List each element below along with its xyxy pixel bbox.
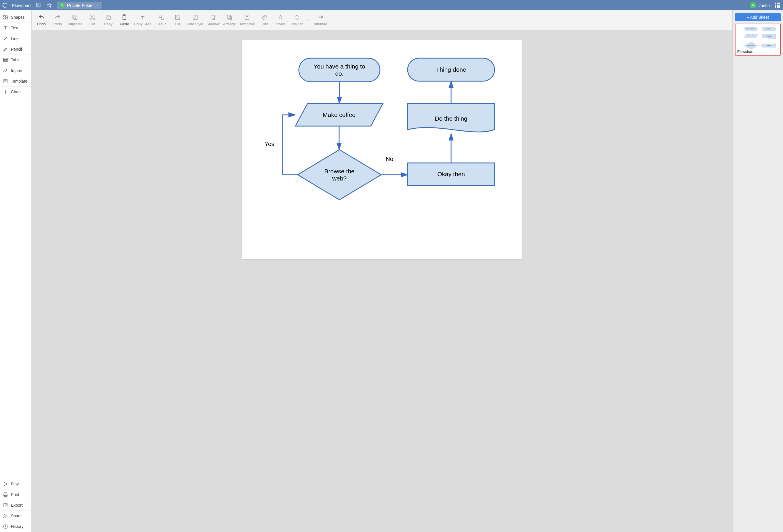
contacts-icon[interactable] xyxy=(35,2,42,9)
toolbar-label: Undo xyxy=(37,22,46,26)
toolbar-arrange[interactable]: Arrange xyxy=(221,12,238,29)
chart-icon xyxy=(3,89,8,94)
toolbar-label: Redo xyxy=(53,22,62,26)
toolbar-label: Text Style xyxy=(239,22,255,26)
svg-point-3 xyxy=(62,4,63,5)
sidebar-item-chart[interactable]: Chart xyxy=(0,87,31,97)
attribute-icon xyxy=(317,14,323,21)
toolbar-cut[interactable]: Cut xyxy=(84,12,100,29)
line-icon xyxy=(3,36,8,41)
toolbar-duplicate[interactable]: Duplicate xyxy=(66,12,84,29)
toolbar-fill[interactable]: Fill xyxy=(169,12,186,29)
toolbar-label: Link xyxy=(261,22,268,26)
svg-text:Do the thing: Do the thing xyxy=(766,36,771,37)
sheet-thumbnail[interactable]: You have a thing to do.Make coffeeBrowse… xyxy=(735,24,781,56)
toolbar-attribute[interactable]: Attribute xyxy=(312,12,329,29)
copy-icon xyxy=(105,14,112,21)
play-icon xyxy=(3,481,8,487)
user-name: Justin xyxy=(758,3,770,8)
canvas[interactable]: You have a thing to do.Make coffeeBrowse… xyxy=(242,40,522,259)
cut-icon xyxy=(89,14,95,21)
svg-rect-5 xyxy=(3,15,5,17)
duplicate-icon xyxy=(72,14,78,21)
toolbar-linestyle[interactable]: Line Style xyxy=(186,12,205,29)
toolbar-styles[interactable]: Styles xyxy=(273,12,289,29)
toolbar-label: Attribute xyxy=(314,22,327,26)
svg-rect-0 xyxy=(36,3,40,7)
app-logo[interactable] xyxy=(2,2,8,8)
sidebar-item-text[interactable]: Text xyxy=(0,23,31,33)
toolbar-label: Position xyxy=(290,22,303,26)
toolbar-label: Line Style xyxy=(187,22,203,26)
add-sheet-button[interactable]: + Add Sheet xyxy=(735,13,781,21)
copystyle-icon xyxy=(139,14,146,21)
sidebar-item-template[interactable]: Template xyxy=(0,76,31,87)
star-icon[interactable] xyxy=(46,2,53,9)
sidebar-item-label: Import xyxy=(11,68,23,73)
sidebar-item-label: History xyxy=(11,524,24,529)
toolbar-overflow-icon[interactable]: « xyxy=(305,18,312,23)
toolbar-copy[interactable]: Copy xyxy=(100,12,116,29)
sidebar-item-shapes[interactable]: Shapes xyxy=(0,12,31,23)
collapse-left-icon[interactable]: ‹ xyxy=(32,275,36,287)
svg-rect-26 xyxy=(141,15,144,17)
toolbar-redo[interactable]: Redo xyxy=(50,12,66,29)
svg-marker-11 xyxy=(4,482,7,486)
sheet-thumbnail-label: Flowchart xyxy=(735,48,780,55)
toolbar-position[interactable]: Position xyxy=(289,12,305,29)
sidebar-item-import[interactable]: Import xyxy=(0,65,31,76)
sidebar-item-history[interactable]: History xyxy=(0,521,31,532)
sidebar-item-label: Pencil xyxy=(11,47,22,52)
toolbar-label: Arrange xyxy=(223,22,236,26)
left-sidebar: ShapesTextLine›PencilTableImportTemplate… xyxy=(0,10,32,532)
sidebar-item-share[interactable]: Share xyxy=(0,511,31,521)
svg-point-36 xyxy=(321,17,323,19)
toolbar-label: Shadow xyxy=(207,22,219,26)
group-icon xyxy=(158,14,165,21)
sidebar-item-print[interactable]: Print xyxy=(0,490,31,500)
linestyle-icon xyxy=(192,14,198,21)
toolbar-paste[interactable]: Paste xyxy=(116,12,132,29)
folder-selector[interactable]: Private Folder xyxy=(57,2,102,9)
toolbar-copystyle[interactable]: Copy Style xyxy=(132,12,153,29)
print-icon xyxy=(3,492,8,497)
toolbar-label: Group xyxy=(156,22,166,26)
toolbar-textstyle[interactable]: Text Style xyxy=(238,12,256,29)
import-icon xyxy=(3,68,8,73)
svg-point-1 xyxy=(38,4,39,5)
history-icon xyxy=(3,524,8,529)
svg-point-4 xyxy=(752,4,754,5)
svg-rect-23 xyxy=(107,16,110,19)
canvas-viewport[interactable]: ‹ › You have a thing to do.Make coffeeBr… xyxy=(32,30,732,532)
sidebar-item-label: Table xyxy=(11,58,21,62)
folder-label: Private Folder xyxy=(67,3,94,8)
sidebar-item-table[interactable]: Table xyxy=(0,55,31,65)
toolbar: UndoRedoDuplicateCutCopyPasteCopy StyleG… xyxy=(32,10,732,30)
apps-grid-icon[interactable] xyxy=(774,2,781,9)
toolbar-shadow[interactable]: Shadow xyxy=(205,12,221,29)
sidebar-item-label: Play xyxy=(11,481,19,486)
toolbar-link[interactable]: Link xyxy=(256,12,273,29)
sidebar-item-line[interactable]: Line› xyxy=(0,33,31,44)
export-icon xyxy=(3,503,8,508)
user-menu[interactable]: Justin xyxy=(750,2,770,8)
svg-text:Okay then: Okay then xyxy=(767,45,771,46)
link-icon xyxy=(261,14,268,21)
collapse-right-icon[interactable]: › xyxy=(728,275,732,287)
toolbar-undo[interactable]: Undo xyxy=(33,12,50,29)
toolbar-label: Styles xyxy=(276,22,286,26)
sidebar-item-label: Text xyxy=(11,26,19,30)
sidebar-item-export[interactable]: Export xyxy=(0,500,31,511)
text-icon xyxy=(3,25,8,31)
sidebar-item-pencil[interactable]: Pencil xyxy=(0,44,31,55)
document-title[interactable]: Flowchart xyxy=(12,3,31,8)
svg-marker-2 xyxy=(47,3,52,7)
sidebar-item-label: Export xyxy=(11,503,23,507)
sidebar-item-play[interactable]: Play xyxy=(0,479,31,490)
toolbar-group[interactable]: Group xyxy=(153,12,169,29)
toolbar-expand-caret[interactable]: ⌃ xyxy=(381,28,383,30)
sidebar-item-label: Line xyxy=(11,36,19,41)
svg-rect-31 xyxy=(211,15,215,19)
arrange-icon xyxy=(226,14,232,21)
toolbar-label: Copy xyxy=(104,22,113,26)
